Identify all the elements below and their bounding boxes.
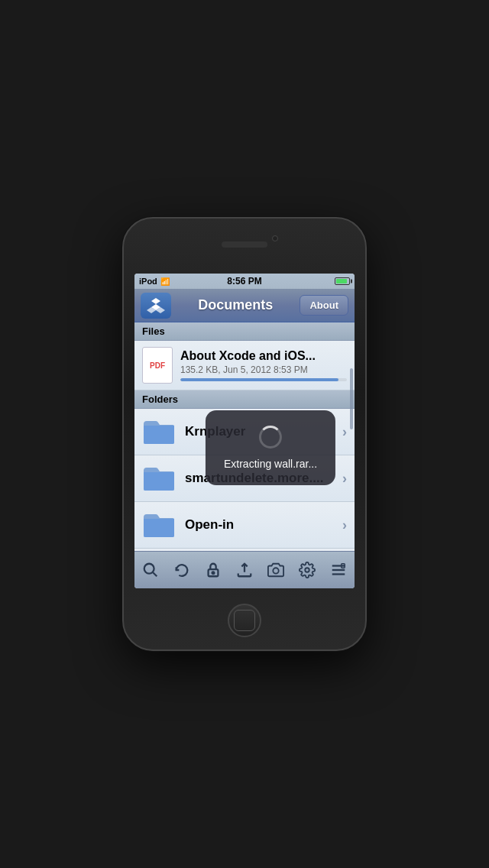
files-section-header: Files xyxy=(134,322,355,341)
chevron-icon: › xyxy=(342,424,347,440)
nav-title: Documents xyxy=(198,297,273,313)
status-bar: iPod 📶 8:56 PM xyxy=(134,274,355,289)
tab-lock[interactable] xyxy=(197,562,228,578)
file-item[interactable]: PDF About Xcode and iOS... 135.2 KB, Jun… xyxy=(134,341,355,390)
loading-text: Extracting wall.rar... xyxy=(224,458,317,470)
tab-upload[interactable] xyxy=(228,562,260,578)
file-meta: 135.2 KB, Jun 5, 2012 8:53 PM xyxy=(180,364,347,375)
phone-shell: iPod 📶 8:56 PM Documents About xyxy=(122,217,367,651)
chevron-icon: › xyxy=(342,517,347,533)
home-button-inner xyxy=(234,610,255,631)
folder-icon xyxy=(142,511,176,539)
speaker xyxy=(222,241,267,248)
spinner-icon xyxy=(259,426,282,449)
file-name: About Xcode and iOS... xyxy=(180,349,347,363)
svg-point-4 xyxy=(273,568,278,573)
chevron-icon: › xyxy=(342,471,347,487)
camera-lens xyxy=(272,235,278,241)
svg-point-3 xyxy=(212,572,214,574)
status-right xyxy=(335,277,350,285)
tab-refresh[interactable] xyxy=(166,562,197,578)
folder-name: Open-in xyxy=(185,517,342,533)
pdf-icon: PDF xyxy=(142,347,173,384)
tab-search[interactable] xyxy=(134,562,166,578)
battery-icon xyxy=(335,277,350,285)
tab-settings[interactable] xyxy=(292,562,323,578)
tab-camera[interactable] xyxy=(261,562,292,578)
tab-menu[interactable] xyxy=(323,562,355,578)
svg-point-5 xyxy=(306,568,310,572)
list-item[interactable]: Documents › xyxy=(134,549,355,551)
time-label: 8:56 PM xyxy=(227,276,261,287)
dropbox-button[interactable] xyxy=(141,293,171,319)
about-button[interactable]: About xyxy=(300,295,348,316)
wifi-icon: 📶 xyxy=(160,277,170,286)
loading-overlay: Extracting wall.rar... xyxy=(206,410,335,485)
folders-section-header: Folders xyxy=(134,390,355,409)
file-info: About Xcode and iOS... 135.2 KB, Jun 5, … xyxy=(180,349,347,381)
progress-bar-fill xyxy=(180,378,338,381)
folder-icon xyxy=(142,465,176,492)
scrollbar[interactable] xyxy=(350,368,353,429)
phone-screen: iPod 📶 8:56 PM Documents About xyxy=(134,274,355,588)
tab-bar xyxy=(134,551,355,588)
svg-line-1 xyxy=(153,572,157,576)
list-item[interactable]: Open-in › xyxy=(134,502,355,549)
folder-icon xyxy=(142,418,176,445)
progress-bar-container xyxy=(180,378,347,381)
carrier-label: iPod xyxy=(139,277,157,286)
nav-bar: Documents About xyxy=(134,289,355,322)
home-button[interactable] xyxy=(228,604,261,637)
status-left: iPod 📶 xyxy=(139,277,170,286)
content-area: Files PDF About Xcode and iOS... 135.2 K… xyxy=(134,322,355,551)
battery-fill xyxy=(336,279,347,283)
svg-point-0 xyxy=(144,564,154,574)
